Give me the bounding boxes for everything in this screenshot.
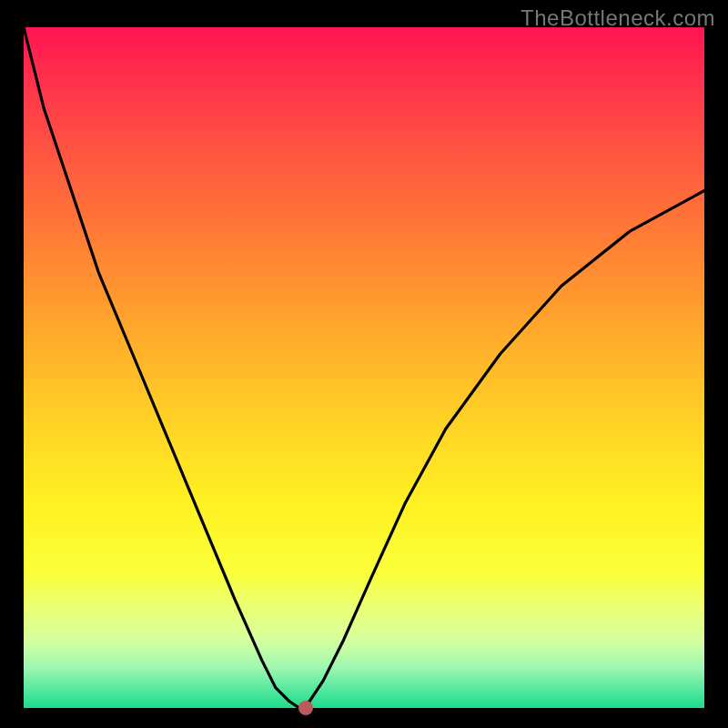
curve-svg [24,27,704,708]
bottleneck-curve [24,27,704,708]
chart-frame: TheBottleneck.com [0,0,728,728]
plot-area [24,27,704,708]
watermark-text: TheBottleneck.com [521,5,715,31]
minimum-marker-icon [298,701,313,715]
